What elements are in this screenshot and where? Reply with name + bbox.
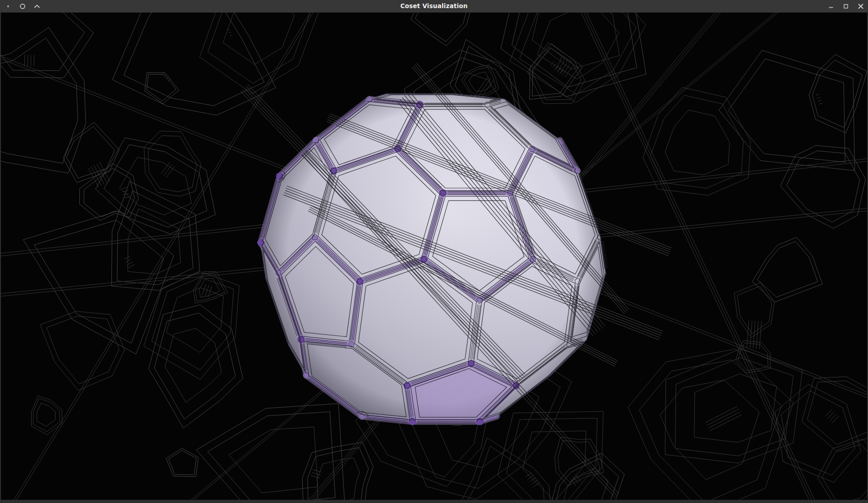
maximize-button[interactable] bbox=[843, 3, 849, 9]
window-bottom-border bbox=[0, 500, 868, 503]
window-title: Coset Visualization bbox=[0, 0, 868, 12]
coset-3d-scene bbox=[0, 13, 868, 500]
chevron-up-icon[interactable] bbox=[34, 3, 40, 9]
app-window: Coset Visualization bbox=[0, 0, 868, 503]
titlebar[interactable]: Coset Visualization bbox=[0, 0, 868, 13]
minimize-button[interactable] bbox=[828, 3, 834, 9]
titlebar-right-controls bbox=[828, 0, 864, 12]
record-circle-icon[interactable] bbox=[19, 3, 26, 9]
menu-dot-icon[interactable] bbox=[5, 3, 11, 9]
viewport[interactable] bbox=[0, 13, 868, 500]
titlebar-left-controls bbox=[5, 0, 40, 12]
window-left-border bbox=[0, 13, 1, 500]
close-button[interactable] bbox=[858, 3, 864, 9]
